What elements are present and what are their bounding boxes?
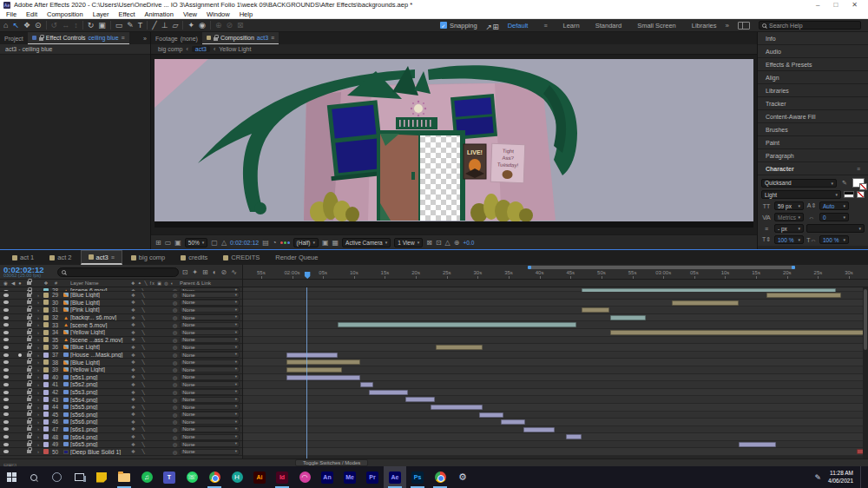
workspace-default[interactable]: Default [508, 22, 529, 30]
exposure[interactable]: +0.0 [463, 240, 474, 246]
eye-icon[interactable] [3, 316, 9, 320]
layer-switches[interactable]: ❖ ╲ [131, 426, 173, 432]
selection-tool-icon[interactable]: ↖ [12, 20, 19, 31]
layer-switches[interactable]: ❖ ╲ [131, 345, 173, 350]
close-button[interactable]: ✕ [852, 1, 858, 9]
layer-row-31[interactable]: ›31[Pink Light]❖ ╲◎None▾ [0, 307, 242, 314]
label-color-swatch[interactable] [43, 374, 49, 379]
layer-switches[interactable]: ❖ ╲ [131, 307, 173, 313]
breadcrumb-yellow-light[interactable]: Yellow Light [219, 46, 251, 52]
horizontal-scale-select[interactable]: 100 %▾ [819, 235, 849, 244]
track-row-33[interactable] [243, 321, 868, 329]
layer-switches[interactable]: ❖ ╲ [131, 300, 173, 305]
breadcrumb-big-comp[interactable]: big comp [158, 46, 182, 52]
layer-switches[interactable]: ❖ ╲ [131, 397, 173, 402]
layer-name[interactable]: [Blue Light] [70, 344, 131, 350]
eye-icon[interactable] [3, 412, 9, 416]
frame-blending-icon[interactable]: ◐ [213, 268, 217, 276]
expand-arrow-icon[interactable]: › [35, 367, 42, 373]
shy-icon[interactable]: ⊞ [202, 268, 208, 276]
expand-arrow-icon[interactable]: › [35, 359, 42, 365]
layer-switches[interactable]: ❖ ╲ [131, 353, 173, 358]
layer-switches[interactable]: ❖ ╲ [131, 367, 173, 373]
fast-previews-icon[interactable]: ⊡ [436, 239, 442, 247]
view-layout-select[interactable]: 1 View▾ [394, 238, 423, 247]
track-row-31[interactable] [243, 307, 868, 314]
layer-bar-36[interactable] [436, 345, 483, 350]
layer-row-35[interactable]: ›35▲[scene ...ass 2.mov]❖ ╲◎None▾ [0, 337, 242, 345]
workspace-menu-icon[interactable]: ≡ [543, 23, 547, 29]
font-family-select[interactable]: Quicksand▾ [761, 179, 837, 188]
pickwhip-icon[interactable]: ◎ [173, 419, 177, 425]
lock-icon[interactable] [27, 360, 31, 364]
preview-quality-icon[interactable]: ▣ [174, 239, 181, 247]
puppet-pin-tool-icon[interactable]: ◉ [199, 20, 206, 31]
zoom-tool-icon[interactable]: ⊙ [35, 20, 42, 31]
expand-arrow-icon[interactable]: › [35, 442, 42, 447]
taskbar-premiere-icon[interactable]: Pr [361, 466, 384, 488]
layer-bar-29[interactable] [766, 293, 841, 298]
parent-select[interactable]: None▾ [180, 337, 240, 343]
bw-swatch-icon[interactable] [844, 191, 854, 198]
track-row-41[interactable] [243, 381, 868, 389]
pickwhip-icon[interactable]: ◎ [173, 381, 177, 387]
taskbar-settings-icon[interactable]: ⚙ [451, 466, 474, 488]
taskbar-whatsapp-icon[interactable]: ☏ [181, 466, 203, 488]
layer-row-33[interactable]: ›33▲[scene 5.mov]❖ ╲◎None▾ [0, 321, 242, 329]
workspace-learn[interactable]: Learn [563, 22, 580, 30]
label-color-swatch[interactable] [43, 367, 49, 373]
layer-bar-34[interactable] [610, 330, 868, 335]
layer-name[interactable]: [backgr... s6.mov] [70, 314, 131, 320]
parent-select[interactable]: None▾ [180, 329, 240, 335]
eye-icon[interactable] [3, 353, 9, 357]
lock-icon[interactable] [27, 346, 31, 349]
expand-arrow-icon[interactable]: › [35, 300, 42, 305]
taskbar-task-view-icon[interactable] [68, 466, 90, 488]
layer-bar-46[interactable] [501, 419, 525, 425]
parent-select[interactable]: None▾ [180, 449, 240, 455]
layer-switches[interactable]: ❖ ╲ [131, 412, 173, 417]
eye-icon[interactable] [3, 383, 9, 386]
dolly-camera-tool-icon[interactable]: ↕ [74, 20, 78, 31]
eye-icon[interactable] [3, 368, 9, 372]
menu-file[interactable]: File [6, 10, 16, 18]
stroke-color-swatch[interactable] [859, 183, 867, 190]
roto-brush-tool-icon[interactable]: ✦ [187, 20, 194, 31]
resolution-select[interactable]: (Half)▾ [293, 238, 319, 247]
preview-time[interactable]: 0:02:02:12 [230, 240, 259, 246]
menu-effect[interactable]: Effect [118, 10, 135, 18]
expand-arrow-icon[interactable]: › [35, 382, 42, 387]
timeline-tab-act-1[interactable]: act 1 [5, 250, 41, 265]
expand-arrow-icon[interactable]: › [35, 330, 42, 335]
current-time-display[interactable]: 0:02:02:12 03062 (25.00 fps) [3, 266, 54, 279]
parent-select[interactable]: None▾ [180, 441, 240, 447]
layer-bar-40[interactable] [286, 375, 360, 380]
leading-select[interactable]: Auto▾ [819, 201, 849, 210]
panel-tracker[interactable]: Tracker [758, 97, 868, 110]
layer-bar-43[interactable] [405, 397, 435, 402]
stroke-width-select[interactable]: - px▾ [774, 224, 804, 233]
label-color-swatch[interactable] [43, 442, 49, 447]
layer-row-37[interactable]: ›37[House ...Mask.png]❖ ╲◎None▾ [0, 352, 242, 359]
label-color-swatch[interactable] [43, 330, 49, 335]
menu-edit[interactable]: Edit [26, 10, 37, 18]
timeline-vertical-scrollbar[interactable] [863, 287, 868, 458]
track-area[interactable] [243, 287, 868, 458]
layer-row-45[interactable]: ›45[s5s6.png]❖ ╲◎None▾ [0, 412, 242, 419]
pickwhip-icon[interactable]: ◎ [173, 292, 177, 298]
panel-menu-icon[interactable]: ≡ [122, 35, 125, 41]
layer-switches[interactable]: ❖ ╲ [131, 359, 173, 365]
eye-icon[interactable] [3, 323, 9, 326]
panel-content-aware-fill[interactable]: Content-Aware Fill [758, 110, 868, 123]
lock-icon[interactable] [27, 420, 31, 424]
menu-layer[interactable]: Layer [93, 10, 109, 18]
toggle-switches-modes-button[interactable]: Toggle Switches / Modes [295, 459, 368, 466]
lock-column-icon[interactable] [27, 281, 31, 285]
panel-menu-icon[interactable]: ≡ [271, 35, 274, 41]
pan-camera-tool-icon[interactable]: ↔ [62, 20, 69, 31]
grid-guides-icon[interactable]: ⊞ [155, 239, 161, 247]
timeline-tab-big-comp[interactable]: big comp [124, 250, 172, 265]
label-color-swatch[interactable] [43, 353, 49, 358]
layer-name[interactable]: [Blue Light] [70, 300, 131, 306]
label-color-swatch[interactable] [43, 426, 49, 432]
